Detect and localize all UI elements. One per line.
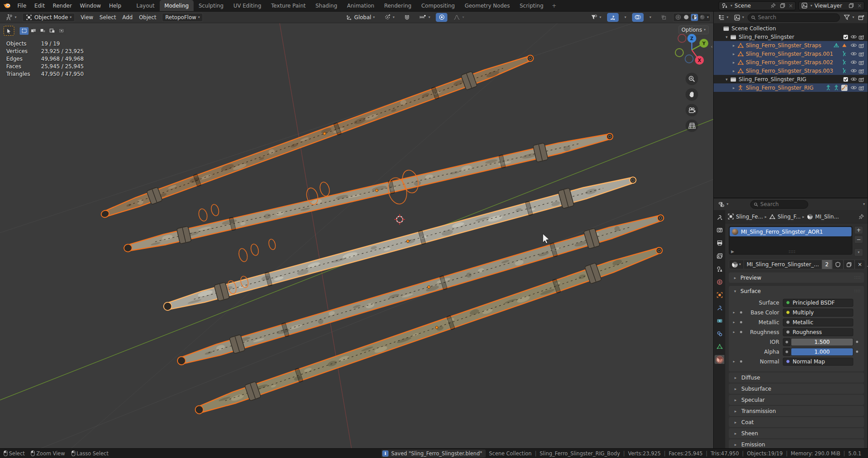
camera-toggle[interactable] [858, 34, 866, 40]
shading-rendered-button[interactable] [699, 14, 706, 21]
topbar-menu-render[interactable]: Render [49, 0, 76, 11]
field-input-surface[interactable]: Principled BSDF [783, 299, 853, 307]
disclosure-closed-icon[interactable]: ▸ [731, 86, 737, 90]
subpanel-emission[interactable]: ▸Emission [729, 439, 864, 448]
outliner-editor-type-button[interactable]: ▾ [716, 13, 730, 22]
tab-texture-paint[interactable]: Texture Paint [266, 0, 310, 11]
properties-search-input[interactable] [761, 201, 805, 207]
outliner-filter-button[interactable]: ▾ [842, 13, 856, 22]
browse-material-button[interactable]: ▾ [729, 260, 744, 269]
socket-button[interactable] [783, 348, 790, 356]
properties-tab-object[interactable] [715, 290, 724, 299]
preview-panel-header[interactable]: ▸ Preview :::: [729, 272, 864, 283]
outliner-row[interactable]: Scene Collection [714, 24, 868, 33]
outliner-row[interactable]: ▸Sling_Ferro_Slingster_Straps [714, 41, 868, 50]
animate-dot[interactable] [740, 311, 742, 314]
shading-material-button[interactable] [691, 14, 698, 21]
topbar-menu-window[interactable]: Window [76, 0, 105, 11]
viewport-menu-add[interactable]: Add [119, 14, 136, 21]
xray-toggle[interactable] [657, 13, 670, 22]
tab-shading[interactable]: Shading [310, 0, 342, 11]
remove-material-slot-button[interactable]: − [854, 235, 863, 243]
viewport-3d[interactable]: ▾ Object Mode ▾ ViewSelectAddObject Reto… [0, 12, 714, 448]
animate-dot[interactable] [740, 321, 742, 323]
camera-view-button[interactable] [686, 104, 698, 116]
mode-selector[interactable]: Object Mode ▾ [22, 13, 75, 22]
outliner-row[interactable]: ▸Sling_Ferro_Slingster_Straps.001 [714, 50, 868, 58]
select-mode-intersect[interactable] [57, 27, 66, 35]
add-material-slot-button[interactable]: + [854, 226, 863, 234]
camera-toggle[interactable] [858, 60, 866, 65]
properties-tab-modifiers[interactable] [715, 303, 724, 312]
eye-toggle[interactable] [850, 68, 858, 73]
visibility-dropdown[interactable]: ▾ [587, 13, 604, 22]
panel-grip[interactable]: :::: [854, 289, 861, 293]
subpanel-sheen[interactable]: ▸Sheen [729, 428, 864, 438]
outliner-item-name[interactable]: Scene Collection [732, 25, 776, 32]
eye-toggle[interactable] [850, 77, 858, 82]
status-report-message[interactable]: i Saved "Sling_Ferro_Slingster.blend" [381, 450, 486, 458]
field-input-base-color[interactable]: Multiply [783, 309, 853, 317]
subpanel-diffuse[interactable]: ▸Diffuse [729, 372, 864, 383]
subpanel-subsurface[interactable]: ▸Subsurface [729, 384, 864, 394]
topbar-menu-file[interactable]: File [13, 0, 30, 11]
field-input-normal[interactable]: Normal Map [783, 358, 853, 366]
viewport-menu-select[interactable]: Select [96, 14, 119, 21]
shading-wireframe-button[interactable] [675, 14, 682, 21]
decorator-dot[interactable] [856, 351, 858, 353]
animate-dot[interactable] [740, 360, 742, 363]
outliner-row[interactable]: ▸Sling_Ferro_Slingster_Straps.003 [714, 66, 868, 75]
link-material-target-button[interactable]: ▾ [865, 260, 868, 269]
eye-toggle[interactable] [850, 85, 858, 90]
scene-selector[interactable]: ▾ Scene × [719, 1, 796, 10]
camera-toggle[interactable] [858, 85, 866, 91]
eye-toggle[interactable] [850, 60, 858, 65]
disclosure-closed-icon[interactable]: ▸ [731, 60, 737, 65]
socket-button[interactable] [783, 338, 790, 346]
retopoflow-menu[interactable]: RetopoFlow ▾ [162, 13, 203, 22]
properties-tab-data[interactable] [715, 342, 724, 351]
blender-logo-icon[interactable] [0, 0, 13, 11]
overlays-toggle[interactable] [632, 13, 644, 22]
pan-view-button[interactable] [686, 88, 698, 101]
decorator-dot[interactable] [856, 341, 858, 343]
breadcrumb-pin-icon[interactable] [859, 214, 864, 219]
material-name-field[interactable]: MI_Sling_Ferro_Slingster_... [744, 260, 822, 269]
slot-expand-icon[interactable]: ▶ [731, 249, 734, 254]
tab-layout[interactable]: Layout [132, 0, 160, 11]
tab-modeling[interactable]: Modeling [160, 0, 194, 11]
properties-tab-scene[interactable] [715, 264, 724, 273]
tab-scripting[interactable]: Scripting [515, 0, 548, 11]
field-slider-alpha[interactable]: 1.000 [791, 348, 853, 356]
outliner-item-name[interactable]: Sling_Ferro_Slingster_Straps.003 [746, 68, 833, 74]
tab-animation[interactable]: Animation [342, 0, 379, 11]
outliner-row[interactable]: ▾Sling_Ferro_Slingster [714, 33, 868, 41]
properties-search[interactable] [750, 200, 808, 209]
topbar-menu-edit[interactable]: Edit [30, 0, 49, 11]
proportional-falloff-selector[interactable]: ▾ [450, 13, 467, 22]
camera-toggle[interactable] [858, 68, 866, 74]
breadcrumb-item[interactable]: Sling_Fe... [727, 213, 763, 220]
empty-circle[interactable] [198, 208, 209, 222]
editor-type-button[interactable]: ▾ [3, 13, 20, 22]
properties-editor-type-button[interactable]: ▾ [716, 200, 730, 209]
field-expander[interactable]: ▸ [731, 359, 737, 363]
add-workspace-button[interactable]: + [548, 0, 560, 11]
shading-dropdown[interactable]: ▾ [707, 16, 709, 19]
eye-toggle[interactable] [850, 43, 858, 48]
field-input-roughness[interactable]: Roughness [783, 328, 853, 336]
viewport-menu-object[interactable]: Object [136, 14, 159, 21]
panel-grip[interactable]: :::: [854, 276, 861, 280]
properties-tab-constraints[interactable] [715, 329, 724, 338]
select-mode-extend[interactable] [29, 27, 38, 35]
duplicate-material-button[interactable] [843, 260, 855, 269]
unlink-material-button[interactable]: × [855, 260, 865, 269]
field-expander[interactable]: ▸ [731, 310, 737, 314]
viewport-menu-view[interactable]: View [78, 14, 96, 21]
outliner-item-name[interactable]: Sling_Ferro_Slingster_Straps [746, 42, 821, 49]
new-scene-icon[interactable] [779, 2, 786, 9]
disclosure-open-icon[interactable]: ▾ [723, 77, 730, 82]
material-users-count[interactable]: 2 [822, 260, 832, 269]
outliner-search[interactable] [748, 13, 840, 22]
field-expander[interactable]: ▸ [731, 320, 737, 324]
